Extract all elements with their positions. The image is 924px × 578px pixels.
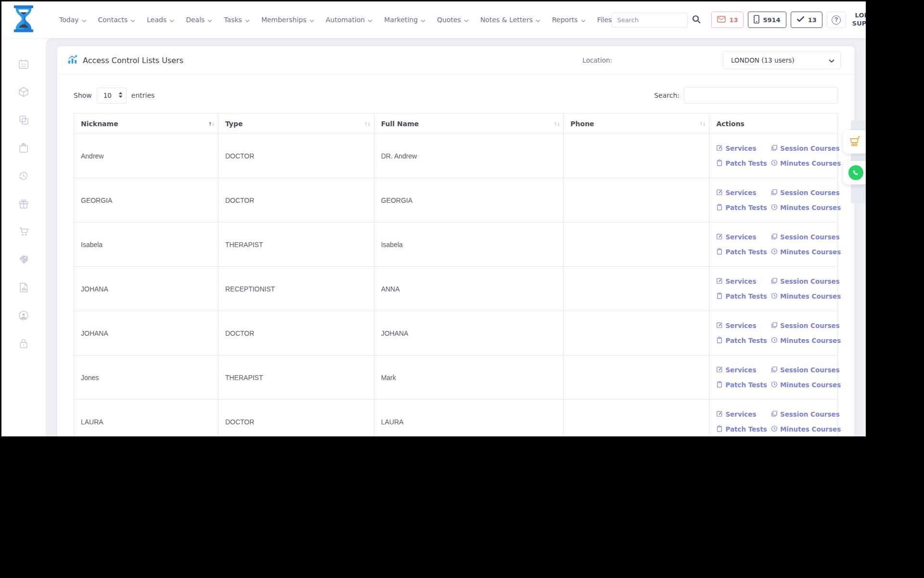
table-row: AndrewDOCTORDR. AndrewServicesSession Co… <box>74 134 838 178</box>
clock-icon <box>771 292 778 301</box>
chevron-down-icon <box>309 15 314 25</box>
action-patch-tests-link[interactable]: Patch Tests <box>716 381 767 389</box>
nav-item-quotes[interactable]: Quotes <box>437 15 469 25</box>
action-minutes-courses-link[interactable]: Minutes Courses <box>771 337 841 345</box>
sidebar-item-price-tag[interactable]: $ <box>13 250 34 271</box>
sidebar-item-cart[interactable] <box>13 222 34 243</box>
nav-item-deals[interactable]: Deals <box>186 15 212 25</box>
sidebar-item-shopping-bag[interactable] <box>13 138 34 159</box>
action-session-courses-link[interactable]: Session Courses <box>771 189 841 197</box>
action-session-courses-link[interactable]: Session Courses <box>771 410 841 419</box>
action-patch-tests-link[interactable]: Patch Tests <box>716 292 767 301</box>
action-patch-tests-link[interactable]: Patch Tests <box>716 159 767 168</box>
clipboard-icon <box>716 337 723 345</box>
column-header-type[interactable]: Type↑↓ <box>218 114 374 134</box>
location-group: Location: LONDON (13 users) <box>582 51 841 69</box>
sidebar-item-report[interactable] <box>13 278 34 299</box>
app-window: TodayContactsLeadsDealsTasksMembershipsA… <box>1 1 866 436</box>
column-header-nickname[interactable]: Nickname↑↓ <box>74 114 218 134</box>
cell-actions: ServicesSession CoursesPatch TestsMinute… <box>709 134 838 178</box>
cell-nickname: JOHANA <box>74 267 218 311</box>
users-table: Nickname↑↓Type↑↓Full Name↑↓Phone↑↓Action… <box>74 113 838 436</box>
nav-item-reports[interactable]: Reports <box>552 15 586 25</box>
navbar-search-input[interactable] <box>612 13 688 27</box>
page-size-select[interactable]: 10 <box>97 88 127 104</box>
nav-item-automation[interactable]: Automation <box>326 15 373 25</box>
lock-icon <box>18 338 29 351</box>
sidebar-item-copy[interactable] <box>13 110 34 131</box>
analytics-chart-icon <box>68 55 78 66</box>
search-button[interactable] <box>688 13 705 27</box>
nav-item-memberships[interactable]: Memberships <box>261 15 314 25</box>
action-session-courses-link[interactable]: Session Courses <box>771 233 841 241</box>
nav-item-leads[interactable]: Leads <box>147 15 174 25</box>
action-minutes-courses-link[interactable]: Minutes Courses <box>771 381 841 389</box>
action-services-link[interactable]: Services <box>716 189 767 197</box>
tasks-badge[interactable]: 13 <box>791 12 822 28</box>
action-session-courses-link[interactable]: Session Courses <box>771 277 841 286</box>
shopping-bag-icon <box>18 142 29 156</box>
column-header-full-name[interactable]: Full Name↑↓ <box>374 114 564 134</box>
action-minutes-courses-link[interactable]: Minutes Courses <box>771 292 841 301</box>
action-patch-tests-link[interactable]: Patch Tests <box>716 248 767 256</box>
action-patch-tests-link[interactable]: Patch Tests <box>716 204 767 212</box>
acl-users-card: Access Control Lists Users Location: LON… <box>57 46 854 436</box>
action-minutes-courses-link[interactable]: Minutes Courses <box>771 159 841 168</box>
edit-icon <box>716 366 723 374</box>
pages-icon <box>771 233 778 241</box>
table-search-input[interactable] <box>684 87 838 104</box>
action-minutes-courses-link[interactable]: Minutes Courses <box>771 204 841 212</box>
whatsapp-float-button[interactable] <box>843 161 866 184</box>
price-tag-icon: $ <box>18 254 29 267</box>
action-session-courses-link[interactable]: Session Courses <box>771 366 841 374</box>
nav-item-marketing[interactable]: Marketing <box>384 15 425 25</box>
help-button[interactable]: ? <box>827 12 846 28</box>
question-mark-icon: ? <box>832 15 841 25</box>
nav-item-tasks[interactable]: Tasks <box>224 15 250 25</box>
nav-item-notes-letters[interactable]: Notes & Letters <box>480 15 540 25</box>
action-session-courses-link[interactable]: Session Courses <box>771 144 841 153</box>
phone-badge-count: 5914 <box>763 16 780 24</box>
clock-icon <box>771 159 778 168</box>
location-select[interactable]: LONDON (13 users) <box>723 51 841 69</box>
action-services-link[interactable]: Services <box>716 277 767 286</box>
cell-type: THERAPIST <box>218 355 374 400</box>
chevron-down-icon <box>130 15 135 25</box>
pages-icon <box>771 277 778 286</box>
chevron-down-icon <box>368 15 372 25</box>
nav-item-today[interactable]: Today <box>59 15 87 25</box>
sidebar-item-lock[interactable] <box>13 334 34 355</box>
chevron-down-icon <box>464 15 469 25</box>
table-row: LAURADOCTORLAURAServicesSession CoursesP… <box>74 400 838 437</box>
action-services-link[interactable]: Services <box>716 366 767 374</box>
column-header-phone[interactable]: Phone↑↓ <box>564 114 709 134</box>
chevron-down-icon <box>421 15 425 25</box>
action-services-link[interactable]: Services <box>716 410 767 419</box>
edit-icon <box>716 189 723 197</box>
action-services-link[interactable]: Services <box>716 322 767 330</box>
edit-icon <box>716 233 723 241</box>
action-minutes-courses-link[interactable]: Minutes Courses <box>771 425 841 434</box>
action-services-link[interactable]: Services <box>716 233 767 241</box>
sidebar-item-account[interactable] <box>13 306 34 327</box>
action-patch-tests-link[interactable]: Patch Tests <box>716 425 767 434</box>
tasks-badge-count: 13 <box>808 16 817 24</box>
nav-item-files[interactable]: Files <box>597 16 612 24</box>
action-minutes-courses-link[interactable]: Minutes Courses <box>771 248 841 256</box>
history-icon <box>18 170 29 184</box>
navbar-right-cluster: 13 5914 13 ? <box>612 10 866 29</box>
sidebar-item-calendar[interactable]: 12 <box>13 54 34 76</box>
action-session-courses-link[interactable]: Session Courses <box>771 322 841 330</box>
app-logo[interactable] <box>1 5 46 35</box>
phone-badge[interactable]: 5914 <box>748 12 786 28</box>
cart-float-button[interactable] <box>843 130 866 154</box>
sidebar-item-package[interactable] <box>13 82 34 104</box>
sidebar-item-gift[interactable] <box>13 194 34 215</box>
nav-item-contacts[interactable]: Contacts <box>98 15 136 25</box>
sidebar-item-history[interactable] <box>13 166 34 187</box>
package-icon <box>18 86 29 100</box>
cell-type: DOCTOR <box>218 400 374 437</box>
action-services-link[interactable]: Services <box>716 144 767 153</box>
mail-badge[interactable]: 13 <box>711 12 744 28</box>
action-patch-tests-link[interactable]: Patch Tests <box>716 337 767 345</box>
